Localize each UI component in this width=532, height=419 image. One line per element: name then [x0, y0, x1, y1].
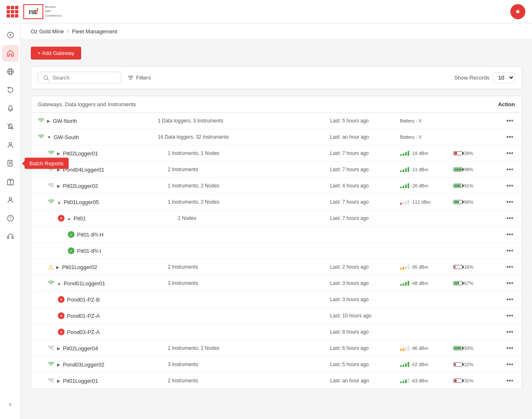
- sidebar-collapse-btn[interactable]: ‹: [2, 396, 19, 412]
- filter-icon: [128, 75, 134, 81]
- more-button[interactable]: •••: [505, 360, 515, 369]
- device-signal: -26 dBm: [400, 183, 450, 188]
- battery-fill: [454, 282, 459, 284]
- topbar-left: rst/ Monitor with Confidence: [7, 4, 62, 19]
- more-button[interactable]: •••: [505, 344, 515, 353]
- device-info: 1 Instruments, 2 Nodes: [168, 345, 327, 351]
- device-actions: •••: [498, 165, 515, 174]
- device-info: 1 Instruments, 2 Nodes: [168, 183, 327, 189]
- more-button[interactable]: •••: [505, 197, 515, 207]
- expand-chevron[interactable]: ▶: [57, 184, 60, 188]
- svg-rect-18: [7, 237, 9, 239]
- device-last-seen: Last: 8 hours ago: [330, 329, 397, 335]
- device-last-seen: Last: an hour ago: [330, 378, 397, 384]
- device-name: Pond03-PZ-A: [67, 329, 100, 335]
- user-avatar[interactable]: ●: [510, 4, 525, 19]
- sidebar-item-home[interactable]: [2, 45, 19, 62]
- more-button[interactable]: •••: [505, 295, 515, 304]
- more-button[interactable]: •••: [505, 214, 515, 223]
- more-button[interactable]: •••: [505, 230, 515, 239]
- batch-reports-icon: [7, 160, 14, 167]
- device-name-col: ⚠ ▶ Pit01Logger02: [48, 263, 164, 271]
- grid-dot: [11, 6, 14, 9]
- battery-fill: [454, 201, 459, 203]
- expand-chevron[interactable]: ▲: [57, 281, 61, 286]
- device-name: Pit01Logger01: [63, 378, 98, 384]
- sidebar-item-help[interactable]: ?: [2, 210, 19, 227]
- expand-chevron[interactable]: ▶: [57, 151, 60, 156]
- expand-chevron[interactable]: ▶: [47, 119, 50, 123]
- battery-fill: [454, 347, 461, 349]
- more-button[interactable]: •••: [505, 165, 515, 174]
- more-button[interactable]: •••: [505, 311, 515, 320]
- sidebar: Batch Reports ? ‹: [0, 23, 21, 419]
- device-name: Pit01Logger05: [64, 199, 99, 205]
- more-button[interactable]: •••: [505, 262, 515, 272]
- sidebar-item-dashboard[interactable]: [2, 27, 19, 43]
- expand-chevron[interactable]: ▲: [67, 216, 71, 221]
- device-name: Pond01-PZ-A: [67, 313, 100, 319]
- sidebar-item-globe[interactable]: [2, 63, 19, 80]
- device-last-seen: Last: 6 hours ago: [330, 345, 397, 351]
- sidebar-item-batch-reports[interactable]: Batch Reports: [2, 155, 19, 172]
- expand-chevron[interactable]: ▶: [56, 265, 60, 269]
- grid-dot: [7, 10, 10, 13]
- device-name-col: ✓ Pit01-IPI-H: [68, 231, 184, 238]
- more-button[interactable]: •••: [505, 132, 515, 142]
- more-button[interactable]: •••: [505, 181, 515, 190]
- device-actions: •••: [498, 311, 515, 320]
- device-name-col: ✓ Pit01-IPI-I: [68, 247, 184, 254]
- device-signal: -95 dBm: [400, 264, 450, 269]
- breadcrumb-parent[interactable]: Oz Gold Mine: [31, 28, 64, 35]
- more-button[interactable]: •••: [505, 149, 515, 158]
- device-signal: -96 dBm: [400, 346, 450, 351]
- wifi-icon: [48, 200, 55, 205]
- device-last-seen: Last: 7 hours ago: [330, 199, 397, 205]
- more-button[interactable]: •••: [505, 279, 515, 288]
- sidebar-item-refresh[interactable]: [2, 82, 19, 98]
- device-battery: 93%: [453, 346, 495, 351]
- device-name-col: ▶ Pit01Logger01: [48, 378, 164, 384]
- signal-bars: [400, 378, 409, 383]
- device-actions: •••: [498, 246, 515, 255]
- records-select[interactable]: 10 25 50: [493, 72, 515, 83]
- more-button[interactable]: •••: [505, 327, 515, 337]
- device-name-col: ▶ GW-North: [38, 118, 154, 124]
- more-button[interactable]: •••: [505, 376, 515, 385]
- device-battery: 98%: [453, 167, 495, 172]
- sidebar-item-bell[interactable]: [2, 100, 19, 117]
- battery-fill: [454, 152, 457, 155]
- search-input[interactable]: [52, 75, 115, 81]
- device-name: Pond01-PZ-B: [67, 297, 100, 303]
- expand-chevron[interactable]: ▼: [47, 135, 51, 140]
- more-button[interactable]: •••: [505, 116, 515, 125]
- filters-button[interactable]: Filters: [128, 75, 151, 81]
- search-left: Filters: [38, 72, 151, 84]
- sidebar-item-building[interactable]: [2, 173, 19, 190]
- sidebar-item-bell-off[interactable]: [2, 118, 19, 135]
- battery-icon: [453, 200, 462, 204]
- signal-value: -63 dBm: [411, 378, 428, 383]
- error-status-dot: ✕: [58, 329, 65, 335]
- more-button[interactable]: •••: [505, 246, 515, 255]
- device-name: GW-South: [54, 134, 79, 140]
- expand-chevron[interactable]: ▶: [57, 362, 60, 367]
- batch-reports-tooltip: Batch Reports: [25, 158, 69, 169]
- sidebar-item-users[interactable]: [2, 137, 19, 153]
- device-info: 1 Data loggers, 3 Instruments: [158, 118, 327, 124]
- expand-chevron[interactable]: ▶: [57, 379, 60, 383]
- search-input-wrap: [38, 72, 121, 84]
- battery-percent: 16%: [464, 264, 473, 269]
- add-gateway-button[interactable]: + Add Gateway: [31, 47, 81, 60]
- device-name: Pond01Logger01: [64, 280, 105, 287]
- expand-chevron[interactable]: ▶: [57, 346, 60, 351]
- signal-value: -19 dBm: [411, 151, 428, 156]
- device-name: Pond04Logger01: [63, 167, 104, 173]
- table-row: ▼ GW-South 16 Data loggers, 32 Instrumen…: [31, 129, 522, 145]
- sidebar-item-person[interactable]: [2, 192, 19, 208]
- grid-menu-icon[interactable]: [7, 6, 18, 17]
- sidebar-item-headset[interactable]: [2, 228, 19, 245]
- topbar: rst/ Monitor with Confidence ●: [0, 0, 532, 23]
- help-icon: ?: [7, 214, 14, 222]
- expand-chevron[interactable]: ▲: [57, 200, 61, 205]
